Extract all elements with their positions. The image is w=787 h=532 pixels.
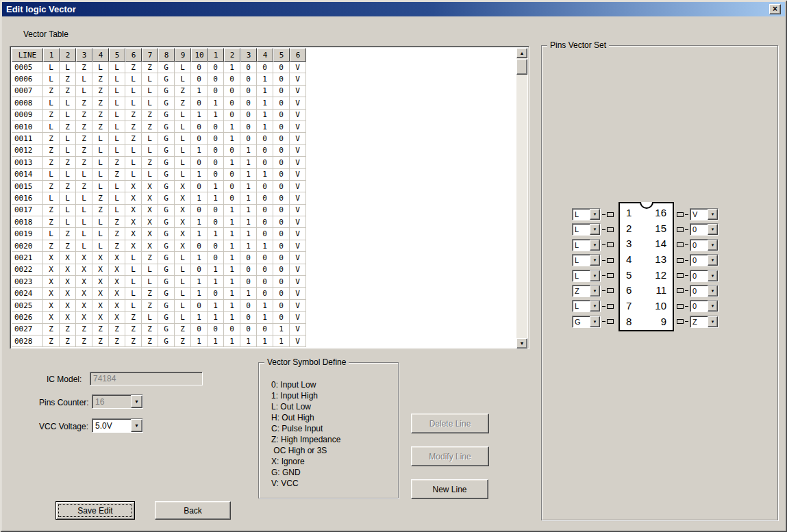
scroll-up-icon[interactable]: ▲ [516, 48, 527, 58]
table-row[interactable]: 0017ZLLZLXXGX001100V [12, 205, 518, 216]
chevron-down-icon[interactable]: ▼ [708, 224, 718, 235]
save-edit-button[interactable]: Save Edit [55, 501, 135, 520]
vector-cell: X [142, 216, 158, 228]
vector-cell: 0 [240, 110, 257, 121]
chevron-down-icon[interactable]: ▼ [590, 224, 600, 235]
table-row[interactable]: 0028ZZZZZZZGZ111111V [12, 335, 518, 347]
table-row[interactable]: 0021XXXXXLZGL101000V [12, 252, 518, 264]
table-row[interactable]: 0015ZZZLLXXGX010100V [12, 181, 518, 192]
pin-7-select[interactable]: L▼ [572, 300, 601, 312]
table-row[interactable]: 0007ZZLZLLLGZ100010V [12, 86, 518, 97]
back-button[interactable]: Back [155, 501, 231, 520]
vector-cell: 0 [273, 300, 290, 312]
table-row[interactable]: 0006LZLZLLLGL000010V [12, 73, 518, 85]
vector-cell: X [175, 181, 191, 192]
chevron-down-icon[interactable]: ▼ [708, 286, 718, 296]
chevron-down-icon[interactable]: ▼ [708, 209, 718, 220]
title-bar: Edit logic Vector × [2, 2, 785, 16]
pin-stub [607, 242, 614, 247]
pin-15-select[interactable]: 0▼ [690, 223, 719, 236]
scroll-down-icon[interactable]: ▼ [516, 338, 527, 349]
vector-cell: 1 [257, 86, 273, 97]
chevron-down-icon[interactable]: ▼ [590, 286, 600, 296]
pin-5-select[interactable]: L▼ [572, 270, 601, 282]
pin-row-10: 0▼ [677, 300, 719, 312]
pin-12-select[interactable]: 0▼ [690, 270, 719, 282]
table-row[interactable]: 0025XXXXXLZGL011010V [12, 300, 518, 312]
vector-cell: Z [175, 86, 191, 97]
vector-cell: 0 [273, 181, 290, 192]
pin-connector [685, 214, 688, 215]
pin-8-select-value: G [573, 316, 590, 327]
pin-16-select[interactable]: V▼ [690, 208, 719, 220]
table-row[interactable]: 0022XXXXXLLGL011000V [12, 264, 518, 276]
vector-cell: Z [76, 62, 92, 73]
pin-1-select[interactable]: L▼ [572, 208, 601, 220]
table-row[interactable]: 0009ZLZZLZZGL110010V [12, 110, 518, 121]
chevron-down-icon[interactable]: ▼ [590, 209, 600, 220]
pin-9-select-value: Z [690, 316, 708, 327]
chevron-down-icon[interactable]: ▼ [708, 240, 718, 251]
pin-11-select[interactable]: 0▼ [690, 285, 719, 297]
chevron-down-icon[interactable]: ▼ [708, 316, 718, 327]
vector-cell: X [92, 312, 109, 323]
chevron-down-icon[interactable]: ▼ [590, 240, 600, 251]
pin-16-select-value: V [690, 209, 708, 220]
vcc-voltage-select[interactable]: 5.0V ▼ [92, 418, 143, 433]
table-row[interactable]: 0005LLZLLZZGL001000V [12, 62, 518, 73]
pin-14-select[interactable]: 0▼ [690, 239, 719, 251]
chevron-down-icon[interactable]: ▼ [708, 255, 718, 266]
vector-cell: L [109, 86, 125, 97]
chevron-down-icon[interactable]: ▼ [590, 255, 600, 266]
vector-cell: 1 [224, 335, 240, 347]
pin-9-select[interactable]: Z▼ [690, 316, 719, 328]
scrollbar-thumb[interactable] [516, 59, 527, 75]
table-row[interactable]: 0027ZZZZZZZGZ000001V [12, 324, 518, 335]
table-row[interactable]: 0020ZZLLZXXGX001110V [12, 240, 518, 252]
table-row[interactable]: 0019LZLLZXXGX111100V [12, 228, 518, 240]
vector-cell: L [76, 86, 92, 97]
pin-13-select[interactable]: 0▼ [690, 254, 719, 266]
pin-6-select[interactable]: Z▼ [572, 285, 601, 297]
table-row[interactable]: 0024XXXXXLZGL101100V [12, 288, 518, 299]
vector-cell: 0 [257, 133, 273, 144]
table-row[interactable]: 0016LLLZLXXGX110100V [12, 192, 518, 204]
vertical-scrollbar[interactable]: ▲ ▼ [516, 48, 527, 349]
table-row[interactable]: 0008LLZZLLLGZ010010V [12, 97, 518, 109]
pin-10-select[interactable]: 0▼ [690, 300, 719, 312]
vector-cell: Z [43, 205, 60, 216]
table-row[interactable]: 0013ZZZLZLZGL001100V [12, 157, 518, 168]
pin-4-select[interactable]: L▼ [572, 254, 601, 266]
table-row[interactable]: 0012ZLZLLLLGL100100V [12, 145, 518, 157]
vector-cell: X [109, 312, 125, 323]
close-icon[interactable]: × [769, 4, 781, 14]
vector-cell: V [290, 335, 306, 347]
ic-model-label: IC Model: [47, 375, 82, 384]
chevron-down-icon[interactable]: ▼ [708, 270, 718, 281]
vector-cell: 0 [208, 145, 224, 157]
new-line-button[interactable]: New Line [411, 479, 488, 499]
chevron-down-icon[interactable]: ▼ [590, 316, 600, 327]
chevron-down-icon[interactable]: ▼ [131, 419, 142, 432]
pin-8-select[interactable]: G▼ [572, 316, 601, 328]
table-row[interactable]: 0014LLLLZLLGL100110V [12, 169, 518, 181]
pin-2-select[interactable]: L▼ [572, 223, 601, 236]
table-row[interactable]: 0011ZLZLLZLGL001000V [12, 133, 518, 144]
vector-cell: L [125, 264, 142, 276]
chevron-down-icon[interactable]: ▼ [590, 270, 600, 281]
table-row[interactable]: 0026XXXXXZLGL111010V [12, 312, 518, 323]
column-header: 4 [257, 48, 273, 62]
table-row[interactable]: 0018ZLLLZXXGX101100V [12, 216, 518, 228]
table-row[interactable]: 0010LZZZLZZGL001010V [12, 121, 518, 133]
vector-cell: 1 [208, 335, 224, 347]
pin-12-select-value: 0 [690, 270, 708, 281]
vector-cell: 0 [240, 121, 257, 133]
pin-3-select[interactable]: L▼ [572, 239, 601, 251]
vector-cell: L [175, 300, 191, 312]
vector-cell: Z [109, 169, 125, 181]
table-row[interactable]: 0023XXXXXLLGL111000V [12, 276, 518, 288]
chevron-down-icon[interactable]: ▼ [708, 301, 718, 312]
vector-cell: X [125, 240, 142, 252]
chevron-down-icon[interactable]: ▼ [590, 301, 600, 312]
vector-cell: V [290, 133, 306, 144]
